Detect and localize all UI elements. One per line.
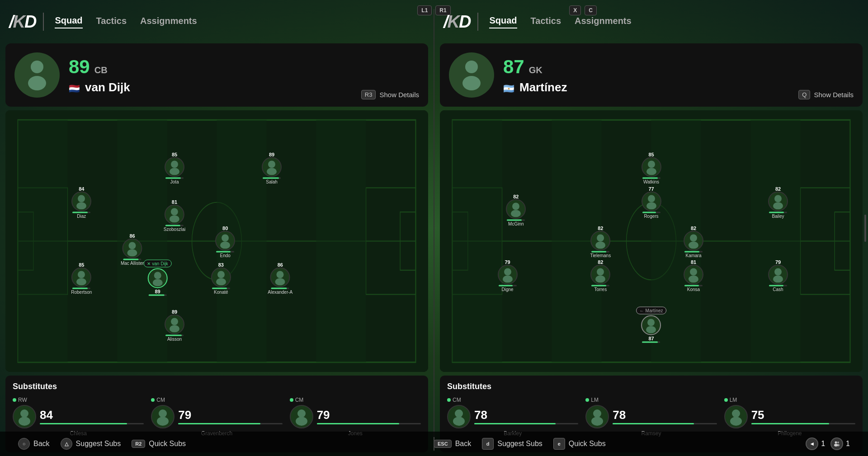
svg-point-39 [157,417,169,426]
left-sub-jones-avatar [290,405,313,428]
bottom-bar: ○ Back △ Suggest Subs R2 Quick Subs ESC … [0,432,868,456]
prev-page-btn[interactable]: ◄ [806,437,818,450]
right-player-pos: GK [529,65,542,75]
svg-point-14 [78,195,85,202]
right-suggest-subs-label: Suggest Subs [497,440,542,448]
left-sub-gravenberch[interactable]: CM 79 Gravenberch [151,397,282,437]
bottom-page-indicators: ◄ 1 1 [806,437,850,450]
left-player-info: 89 CB 🇳🇱 van Dijk [69,56,419,94]
right-pitch-watkins[interactable]: 85 Watkins [642,151,661,184]
right-sub-barkley[interactable]: CM 78 Barkley [447,397,578,437]
svg-point-66 [690,234,697,241]
left-suggest-subs-label: Suggest Subs [76,440,121,448]
svg-point-63 [773,202,783,209]
svg-point-80 [593,409,601,418]
right-back-action[interactable]: ESC Back [434,440,471,448]
left-pitch: 84 Diaz 85 Jota 89 Salah 81 [5,110,428,372]
left-tab-tactics[interactable]: Tactics [96,16,127,28]
svg-point-33 [275,278,285,285]
right-pitch-tielemans[interactable]: 82 Tielemans [590,225,611,258]
left-quick-subs-action[interactable]: R2 Quick Subs [132,440,186,448]
svg-point-82 [732,409,740,418]
right-pitch-torres[interactable]: 82 Torres [590,259,610,291]
right-pitch-cash[interactable]: 79 Cash [768,259,788,291]
left-show-details-label: Show Details [379,91,419,99]
right-pitch-mcginn[interactable]: 82 McGinn [506,193,526,226]
page-nav[interactable]: ◄ 1 [806,437,825,450]
left-back-action[interactable]: ○ Back [18,438,50,450]
left-pitch-konate[interactable]: 83 Konaté [211,261,231,294]
left-back-label: Back [33,440,50,448]
left-tab-assignments[interactable]: Assignments [140,16,197,28]
left-back-key: ○ [18,438,30,450]
svg-point-75 [773,275,783,282]
left-quick-subs-key: R2 [132,440,145,448]
svg-point-56 [648,161,655,168]
left-tab-squad[interactable]: Squad [55,15,82,28]
left-pitch-endo[interactable]: 80 Endo [215,225,235,258]
right-sub-philogene-rating: 75 [751,408,855,422]
left-pitch-diaz[interactable]: 84 Diaz [71,185,91,218]
right-tab-assignments[interactable]: Assignments [575,16,632,28]
right-back-label: Back [455,440,472,448]
left-show-details[interactable]: R3 Show Details [361,90,419,99]
svg-point-59 [511,210,521,217]
svg-point-40 [297,409,306,418]
left-pitch-alexander[interactable]: 86 Alexander-A [268,261,292,294]
right-subs-list: CM 78 Barkley LM [447,397,855,437]
left-suggest-subs-action[interactable]: △ Suggest Subs [61,438,121,450]
right-scrollbar [864,215,866,242]
right-tab-squad[interactable]: Squad [489,15,517,28]
right-tab-tactics[interactable]: Tactics [531,16,561,28]
right-header: /KD Squad Tactics Assignments [440,4,863,40]
svg-point-21 [170,215,179,222]
right-player-flag: 🇦🇷 [503,83,516,91]
bottom-center-divider [434,437,434,451]
svg-point-22 [129,242,136,249]
left-suggest-subs-key: △ [61,438,72,450]
bottom-left-actions: ○ Back △ Suggest Subs R2 Quick Subs [18,438,434,450]
right-pitch-digne[interactable]: 79 Digne [498,259,518,291]
right-sub-philogene[interactable]: LM 75 Philogene [724,397,855,437]
right-show-details-key: Q [798,90,810,99]
right-suggest-subs-action[interactable]: d Suggest Subs [482,438,542,450]
left-pitch-vandijk[interactable]: ✕ van Dijk 89 [143,259,172,296]
right-pitch-konsa[interactable]: 81 Konsa [684,259,703,291]
svg-point-27 [76,278,86,285]
left-pitch-salah[interactable]: 89 Salah [262,151,282,184]
left-pitch-alisson[interactable]: 89 Alisson [165,308,184,341]
svg-point-79 [453,417,465,426]
right-show-details-label: Show Details [814,91,854,99]
left-pitch-szoboszlai[interactable]: 81 Szoboszlai [164,198,185,231]
left-player-pos: CB [94,65,108,75]
svg-rect-10 [18,120,68,362]
right-sub-ramsey[interactable]: LM 78 Ramsey [585,397,717,437]
svg-point-68 [504,268,511,275]
right-show-details[interactable]: Q Show Details [798,90,854,99]
left-nav: Squad Tactics Assignments [55,15,197,28]
svg-point-65 [595,241,605,249]
left-sub-chiesa-rating: 84 [40,408,144,422]
left-sub-chiesa[interactable]: RW 84 Chiesa [13,397,144,437]
right-sub-ramsey-avatar [585,405,609,428]
right-player-avatar [449,52,494,98]
left-panel: /KD Squad Tactics Assignments 89 CB [0,0,434,456]
left-player-name: van Dijk [85,80,130,94]
right-quick-subs-action[interactable]: e Quick Subs [553,438,606,450]
svg-point-17 [170,168,179,175]
left-player-card: 89 CB 🇳🇱 van Dijk R3 Show Details [5,43,428,107]
svg-point-70 [597,268,604,275]
right-pitch-bailey[interactable]: 82 Bailey [768,185,788,218]
left-pitch-macallister[interactable]: 86 Mac Allister [121,232,144,265]
svg-point-72 [690,268,697,275]
left-header: /KD Squad Tactics Assignments [5,4,428,40]
left-sub-gravenberch-rating: 79 [178,408,282,422]
left-pitch-robertson[interactable]: 85 Robertson [71,261,92,294]
right-pitch-kamara[interactable]: 82 Kamara [684,225,703,258]
left-sub-jones[interactable]: CM 79 Jones [290,397,421,437]
svg-point-38 [159,409,167,418]
right-pitch-rogers[interactable]: 77 Rogers [642,185,661,218]
right-sub-philogene-avatar [724,405,748,428]
left-pitch-jota[interactable]: 85 Jota [165,151,184,184]
right-pitch-martinez[interactable]: ← Martínez 87 [636,306,667,343]
